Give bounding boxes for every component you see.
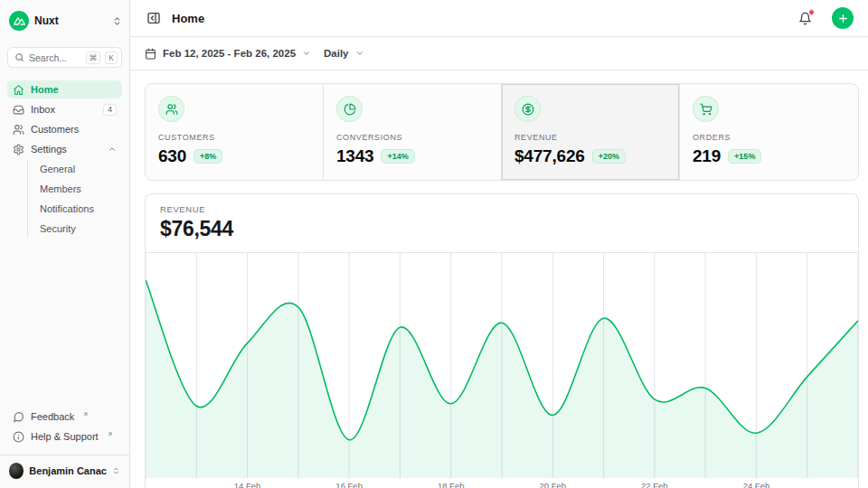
nuxt-logo-icon [9, 11, 29, 31]
revenue-chart-card: REVENUE $76,544 14 Feb16 Feb18 Feb20 Feb… [145, 193, 859, 488]
chart-header: REVENUE $76,544 [146, 194, 858, 253]
chevron-down-icon [302, 49, 311, 58]
chart-current-value: $76,544 [160, 217, 844, 241]
sidebar-item-feedback[interactable]: Feedback [7, 408, 122, 426]
chevron-up-icon [108, 145, 117, 154]
page-header: Home [130, 0, 868, 37]
notification-dot [808, 9, 815, 15]
collapse-sidebar-button[interactable] [145, 9, 163, 27]
workspace-name: Nuxt [34, 14, 107, 27]
panel-left-close-icon [146, 11, 161, 25]
delta-badge: +14% [381, 149, 414, 164]
users-icon [13, 124, 24, 136]
add-button[interactable] [832, 7, 854, 29]
delta-badge: +8% [193, 149, 222, 164]
sidebar-item-help-support[interactable]: Help & Support [7, 427, 122, 446]
x-axis-label: 24 Feb [743, 481, 770, 488]
sidebar: Nuxt Search... ⌘ K Home Inbox 4 Customer… [0, 0, 130, 488]
chart-x-axis: 14 Feb16 Feb18 Feb20 Feb22 Feb24 Feb [146, 478, 858, 488]
plus-icon [837, 13, 849, 24]
pie-chart-icon [344, 103, 356, 116]
stat-value: 1343 [336, 146, 373, 166]
dollar-circle-icon [522, 103, 534, 116]
date-range-picker[interactable]: Feb 12, 2025 - Feb 26, 2025 [145, 48, 311, 60]
external-link-icon [107, 431, 113, 437]
sidebar-item-customers[interactable]: Customers [7, 120, 122, 138]
inbox-icon [13, 104, 24, 116]
x-axis-label: 18 Feb [438, 481, 465, 488]
home-icon [13, 84, 24, 96]
chevrons-up-down-icon [112, 466, 120, 475]
stat-value: 630 [158, 146, 186, 166]
users-icon [165, 103, 178, 116]
stat-card-conversions[interactable]: CONVERSIONS 1343 +14% [324, 84, 502, 180]
stat-value: $477,626 [514, 146, 585, 166]
sidebar-item-security[interactable]: Security [38, 220, 122, 238]
chart-canvas [146, 253, 858, 478]
search-input[interactable]: Search... ⌘ K [7, 47, 122, 68]
sidebar-item-members[interactable]: Members [38, 180, 122, 198]
x-axis-label: 16 Feb [335, 481, 363, 488]
gear-icon [13, 144, 24, 155]
x-axis-label: 14 Feb [234, 481, 261, 488]
inbox-count-badge: 4 [103, 104, 117, 116]
workspace-switcher[interactable]: Nuxt [0, 7, 129, 34]
stat-value: 219 [693, 146, 721, 166]
info-circle-icon [13, 431, 24, 443]
page-title: Home [172, 12, 788, 25]
sidebar-item-notifications[interactable]: Notifications [38, 200, 122, 218]
user-name: Benjamin Canac [29, 465, 107, 476]
sidebar-item-general[interactable]: General [38, 160, 122, 178]
shopping-cart-icon [700, 103, 712, 116]
filters-toolbar: Feb 12, 2025 - Feb 26, 2025 Daily [130, 37, 868, 70]
delta-badge: +20% [592, 149, 626, 164]
delta-badge: +15% [728, 149, 761, 164]
avatar [9, 463, 24, 479]
granularity-select[interactable]: Daily [324, 48, 364, 59]
stat-card-customers[interactable]: CUSTOMERS 630 +8% [146, 84, 324, 180]
sidebar-footer: Feedback Help & Support [0, 408, 129, 447]
stats-grid: CUSTOMERS 630 +8% CONVERSIONS 1343 +14% … [145, 83, 859, 181]
chevrons-up-down-icon [112, 16, 122, 26]
settings-subnav: General Members Notifications Security [27, 160, 122, 238]
search-placeholder: Search... [29, 52, 81, 63]
sidebar-item-inbox[interactable]: Inbox 4 [7, 100, 122, 118]
message-circle-icon [13, 411, 24, 423]
kbd-command: ⌘ [86, 52, 101, 64]
revenue-area-chart[interactable] [146, 253, 858, 478]
stat-card-revenue[interactable]: REVENUE $477,626 +20% [502, 84, 680, 180]
sidebar-nav: Home Inbox 4 Customers Settings General … [0, 80, 129, 239]
external-link-icon [82, 411, 89, 418]
stat-card-orders[interactable]: ORDERS 219 +15% [680, 84, 858, 180]
main-panel: Home Feb 12, 2025 - Feb 26, 2025 Daily C… [130, 0, 868, 488]
chart-title: REVENUE [160, 204, 844, 214]
x-axis-label: 20 Feb [539, 481, 566, 488]
kbd-k: K [105, 52, 118, 64]
sidebar-item-home[interactable]: Home [7, 80, 122, 99]
chevron-down-icon [355, 49, 364, 58]
calendar-icon [145, 48, 156, 60]
sidebar-item-settings[interactable]: Settings [7, 140, 122, 158]
user-menu[interactable]: Benjamin Canac [0, 455, 129, 481]
x-axis-label: 22 Feb [641, 481, 668, 488]
content-area: CUSTOMERS 630 +8% CONVERSIONS 1343 +14% … [130, 70, 868, 488]
search-icon [14, 52, 24, 62]
